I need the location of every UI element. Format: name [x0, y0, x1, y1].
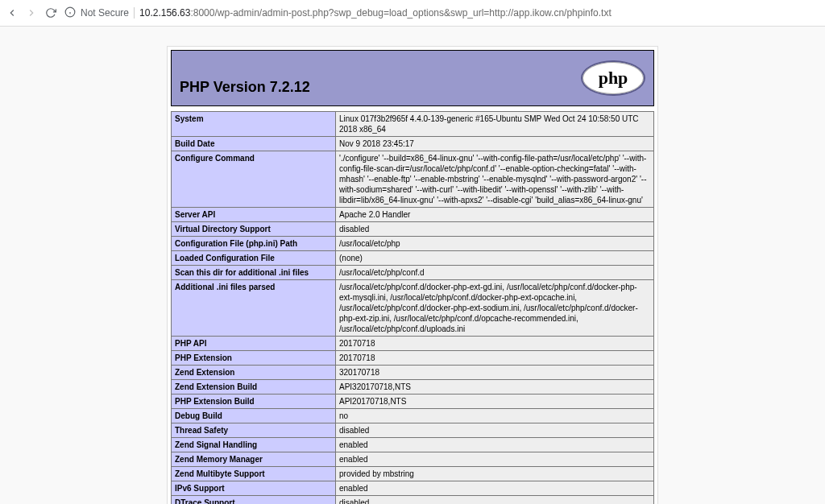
table-row: Additional .ini files parsed/usr/local/e… [172, 280, 654, 337]
config-value: disabled [336, 423, 654, 438]
table-row: PHP Extension BuildAPI20170718,NTS [172, 395, 654, 409]
config-key: System [172, 112, 336, 137]
config-value: 320170718 [336, 366, 654, 380]
config-key: Configure Command [172, 151, 336, 208]
table-row: Zend Signal Handlingenabled [172, 438, 654, 452]
php-version-title: PHP Version 7.2.12 [180, 79, 310, 99]
config-value: no [336, 409, 654, 423]
config-value: (none) [336, 251, 654, 266]
info-icon [64, 6, 76, 20]
config-value: /usr/local/etc/php [336, 237, 654, 251]
config-value: 20170718 [336, 351, 654, 366]
config-key: Zend Signal Handling [172, 438, 336, 452]
table-row: IPv6 Supportenabled [172, 481, 654, 496]
config-key: Zend Extension [172, 366, 336, 380]
reload-button[interactable] [45, 7, 56, 19]
table-row: Server APIApache 2.0 Handler [172, 208, 654, 222]
table-row: SystemLinux 017f3b2f965f 4.4.0-139-gener… [172, 112, 654, 137]
config-value: API320170718,NTS [336, 380, 654, 395]
forward-button[interactable] [26, 7, 37, 19]
config-value: /usr/local/etc/php/conf.d [336, 266, 654, 280]
config-value: enabled [336, 452, 654, 467]
url-text: 10.2.156.63:8000/wp-admin/admin-post.php… [139, 7, 611, 19]
security-status: Not Secure [81, 7, 129, 19]
config-key: Configuration File (php.ini) Path [172, 237, 336, 251]
table-row: Zend Memory Managerenabled [172, 452, 654, 467]
config-value: './configure' '--build=x86_64-linux-gnu'… [336, 151, 654, 208]
config-key: DTrace Support [172, 496, 336, 505]
config-value: /usr/local/etc/php/conf.d/docker-php-ext… [336, 280, 654, 337]
separator [134, 7, 135, 19]
table-row: DTrace Supportdisabled [172, 496, 654, 505]
table-row: Debug Buildno [172, 409, 654, 423]
config-key: Zend Multibyte Support [172, 467, 336, 481]
config-key: Virtual Directory Support [172, 222, 336, 237]
table-row: Zend Extension BuildAPI320170718,NTS [172, 380, 654, 395]
config-key: Additional .ini files parsed [172, 280, 336, 337]
config-value: Linux 017f3b2f965f 4.4.0-139-generic #16… [336, 112, 654, 137]
table-row: PHP Extension20170718 [172, 351, 654, 366]
config-key: IPv6 Support [172, 481, 336, 496]
address-bar[interactable]: Not Secure 10.2.156.63:8000/wp-admin/adm… [64, 6, 819, 20]
config-key: Zend Extension Build [172, 380, 336, 395]
table-row: Build DateNov 9 2018 23:45:17 [172, 137, 654, 151]
config-value: Nov 9 2018 23:45:17 [336, 137, 654, 151]
table-row: Zend Multibyte Supportprovided by mbstri… [172, 467, 654, 481]
phpinfo-table: SystemLinux 017f3b2f965f 4.4.0-139-gener… [171, 111, 654, 504]
table-row: Loaded Configuration File(none) [172, 251, 654, 266]
table-row: PHP API20170718 [172, 337, 654, 351]
back-button[interactable] [6, 7, 18, 19]
table-row: Scan this dir for additional .ini files/… [172, 266, 654, 280]
phpinfo-page: PHP Version 7.2.12 php SystemLinux 017f3… [167, 46, 658, 504]
config-key: Loaded Configuration File [172, 251, 336, 266]
browser-toolbar: Not Secure 10.2.156.63:8000/wp-admin/adm… [0, 0, 825, 27]
phpinfo-banner: PHP Version 7.2.12 php [171, 50, 654, 106]
config-key: Server API [172, 208, 336, 222]
table-row: Thread Safetydisabled [172, 423, 654, 438]
config-key: PHP Extension [172, 351, 336, 366]
config-value: enabled [336, 438, 654, 452]
php-logo: php [581, 60, 645, 96]
config-key: PHP API [172, 337, 336, 351]
table-row: Virtual Directory Supportdisabled [172, 222, 654, 237]
config-key: PHP Extension Build [172, 395, 336, 409]
config-key: Zend Memory Manager [172, 452, 336, 467]
config-value: API20170718,NTS [336, 395, 654, 409]
table-row: Configuration File (php.ini) Path/usr/lo… [172, 237, 654, 251]
config-value: Apache 2.0 Handler [336, 208, 654, 222]
table-row: Configure Command'./configure' '--build=… [172, 151, 654, 208]
config-value: enabled [336, 481, 654, 496]
config-value: disabled [336, 496, 654, 505]
table-row: Zend Extension320170718 [172, 366, 654, 380]
config-value: disabled [336, 222, 654, 237]
config-key: Build Date [172, 137, 336, 151]
config-key: Scan this dir for additional .ini files [172, 266, 336, 280]
config-value: provided by mbstring [336, 467, 654, 481]
config-value: 20170718 [336, 337, 654, 351]
config-key: Debug Build [172, 409, 336, 423]
config-key: Thread Safety [172, 423, 336, 438]
